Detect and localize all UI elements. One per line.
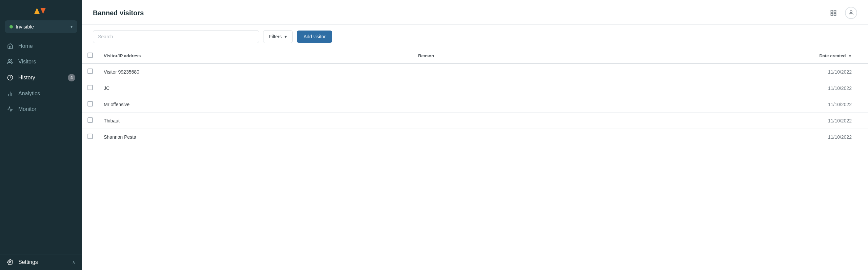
workspace-selector[interactable]: Invisible ▾ (5, 20, 77, 33)
col-header-checkbox (82, 49, 98, 63)
sidebar-item-monitor[interactable]: Monitor (0, 101, 82, 117)
sidebar-item-settings[interactable]: Settings ∧ (0, 254, 82, 270)
search-input-wrap (93, 30, 259, 43)
sidebar-item-visitors[interactable]: Visitors (0, 54, 82, 70)
sidebar-item-visitors-label: Visitors (18, 59, 75, 65)
workspace-status-dot (9, 25, 13, 28)
filters-chevron-icon: ▾ (284, 34, 287, 39)
table-row: Visitor 99235680 11/10/2022 (82, 63, 868, 80)
filters-label: Filters (269, 34, 282, 39)
table-header: Visitor/IP address Reason Date created ▼ (82, 49, 868, 63)
table-row: Thibaut 11/10/2022 (82, 113, 868, 129)
search-input[interactable] (93, 30, 259, 43)
row-checkbox[interactable] (87, 69, 93, 74)
svg-rect-8 (831, 14, 833, 16)
settings-icon (7, 259, 14, 266)
svg-point-5 (9, 262, 11, 263)
svg-rect-6 (831, 11, 833, 13)
row-visitor-name: Shannon Pesta (98, 129, 413, 145)
history-icon (7, 74, 14, 81)
row-date: 11/10/2022 (800, 96, 868, 113)
settings-chevron-icon: ∧ (72, 260, 75, 265)
row-visitor-name: Visitor 99235680 (98, 63, 413, 80)
nav-items: Home Visitors History 4 (0, 38, 82, 270)
sidebar-item-home-label: Home (18, 43, 75, 49)
svg-rect-9 (834, 14, 836, 16)
row-reason (413, 63, 800, 80)
visitors-icon (7, 58, 14, 65)
row-visitor-name: Thibaut (98, 113, 413, 129)
add-visitor-button[interactable]: Add visitor (297, 31, 332, 43)
table-row: JC 11/10/2022 (82, 80, 868, 96)
main-header: Banned visitors (82, 0, 868, 25)
row-date: 11/10/2022 (800, 80, 868, 96)
col-header-visitor: Visitor/IP address (98, 49, 413, 63)
row-date: 11/10/2022 (800, 113, 868, 129)
row-checkbox-cell (82, 96, 98, 113)
svg-point-10 (850, 11, 852, 13)
row-checkbox-cell (82, 80, 98, 96)
page-title: Banned visitors (93, 9, 144, 17)
date-sort-icon: ▼ (848, 54, 852, 58)
row-visitor-name: Mr offensive (98, 96, 413, 113)
filters-button[interactable]: Filters ▾ (263, 30, 293, 43)
row-reason (413, 80, 800, 96)
logo-icon (34, 6, 48, 16)
sidebar-item-monitor-label: Monitor (18, 106, 75, 112)
logo-right-triangle (40, 8, 46, 14)
svg-point-0 (8, 59, 11, 61)
row-visitor-name: JC (98, 80, 413, 96)
sidebar-item-history[interactable]: History 4 (0, 70, 82, 86)
workspace-name: Invisible (16, 24, 68, 30)
col-header-date[interactable]: Date created ▼ (800, 49, 868, 63)
row-checkbox[interactable] (87, 85, 93, 90)
row-checkbox[interactable] (87, 117, 93, 123)
analytics-icon (7, 90, 14, 97)
toolbar: Filters ▾ Add visitor (82, 25, 868, 49)
header-actions (827, 7, 857, 19)
row-reason (413, 96, 800, 113)
row-checkbox-cell (82, 113, 98, 129)
row-checkbox-cell (82, 129, 98, 145)
banned-visitors-table: Visitor/IP address Reason Date created ▼… (82, 49, 868, 145)
row-checkbox[interactable] (87, 134, 93, 139)
row-checkbox-cell (82, 63, 98, 80)
history-badge: 4 (68, 74, 75, 81)
table-row: Shannon Pesta 11/10/2022 (82, 129, 868, 145)
sidebar-item-settings-label: Settings (18, 259, 67, 265)
row-checkbox[interactable] (87, 101, 93, 107)
select-all-checkbox[interactable] (87, 53, 93, 58)
monitor-icon (7, 106, 14, 113)
sidebar-item-analytics-label: Analytics (18, 91, 75, 97)
logo-left-triangle (34, 8, 40, 14)
table-row: Mr offensive 11/10/2022 (82, 96, 868, 113)
sidebar-item-home[interactable]: Home (0, 38, 82, 54)
main-content: Banned visitors Filters (82, 0, 868, 270)
user-avatar[interactable] (845, 7, 857, 19)
home-icon (7, 43, 14, 50)
row-date: 11/10/2022 (800, 129, 868, 145)
table-body: Visitor 99235680 11/10/2022 JC 11/10/202… (82, 63, 868, 145)
svg-rect-7 (834, 11, 836, 13)
logo (0, 0, 82, 20)
banned-visitors-table-container: Visitor/IP address Reason Date created ▼… (82, 49, 868, 270)
grid-view-button[interactable] (827, 7, 840, 19)
col-header-reason: Reason (413, 49, 800, 63)
workspace-chevron-icon: ▾ (71, 24, 73, 29)
sidebar: Invisible ▾ Home Visitors (0, 0, 82, 270)
row-date: 11/10/2022 (800, 63, 868, 80)
sidebar-item-analytics[interactable]: Analytics (0, 86, 82, 101)
row-reason (413, 129, 800, 145)
row-reason (413, 113, 800, 129)
sidebar-item-history-label: History (18, 75, 63, 81)
